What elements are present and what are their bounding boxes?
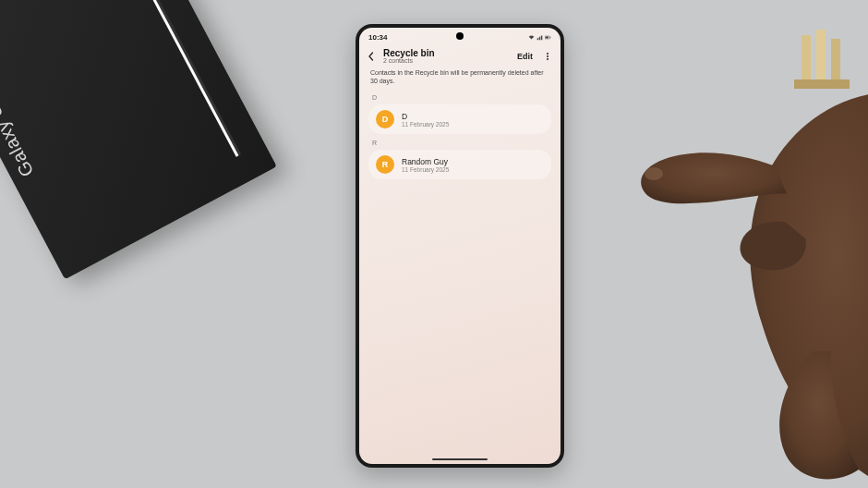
camera-cutout — [456, 32, 464, 40]
svg-rect-3 — [794, 79, 850, 89]
svg-rect-0 — [802, 35, 811, 81]
svg-rect-6 — [546, 37, 549, 39]
status-time: 10:34 — [368, 33, 387, 42]
contact-name: D — [402, 112, 449, 121]
contact-info: D 11 February 2025 — [402, 112, 449, 128]
section-header: D — [359, 91, 561, 103]
svg-rect-2 — [831, 39, 840, 81]
svg-point-7 — [645, 167, 663, 180]
wifi-icon — [528, 34, 535, 41]
info-text: Contacts in the Recycle bin will be perm… — [359, 66, 561, 91]
product-box: Galaxy S25 Ultra — [0, 0, 277, 279]
app-bar: Recycle bin 2 contacts Edit — [359, 44, 561, 66]
section-header: R — [359, 136, 561, 148]
back-button[interactable] — [365, 50, 378, 63]
wooden-prop — [794, 26, 850, 91]
svg-rect-5 — [550, 37, 551, 39]
battery-icon — [545, 34, 551, 41]
phone-device: 10:34 Recycle bin 2 contacts Edit Cont — [356, 24, 564, 468]
signal-icon — [536, 34, 543, 41]
title-column: Recycle bin 2 contacts — [383, 48, 508, 64]
contact-avatar: D — [376, 110, 394, 128]
box-stripe-decoration — [124, 0, 241, 157]
edit-button[interactable]: Edit — [513, 50, 536, 63]
chevron-left-icon — [367, 52, 376, 61]
contact-date: 11 February 2025 — [402, 166, 449, 173]
contact-row[interactable]: D D 11 February 2025 — [368, 104, 551, 134]
phone-screen: 10:34 Recycle bin 2 contacts Edit Cont — [359, 28, 561, 464]
contact-date: 11 February 2025 — [402, 121, 449, 128]
more-vertical-icon — [547, 53, 549, 55]
contact-avatar: R — [376, 155, 394, 174]
svg-rect-1 — [816, 30, 826, 81]
hand-pointing — [536, 55, 868, 488]
page-subtitle: 2 contacts — [383, 57, 508, 64]
more-options-button[interactable] — [542, 51, 553, 62]
contact-name: Random Guy — [402, 157, 449, 166]
contact-info: Random Guy 11 February 2025 — [402, 157, 449, 173]
product-box-label: Galaxy S25 Ultra — [0, 40, 38, 179]
home-indicator[interactable] — [432, 458, 488, 461]
status-icons — [528, 34, 551, 41]
contact-row[interactable]: R Random Guy 11 February 2025 — [368, 150, 551, 179]
